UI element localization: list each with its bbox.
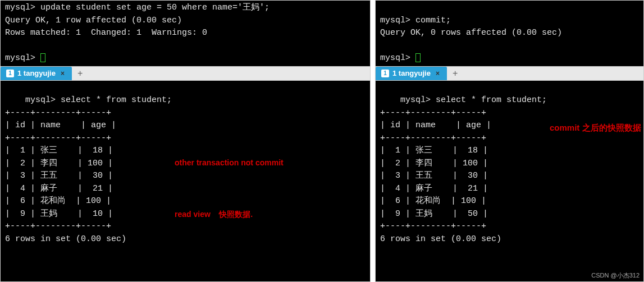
right-tab-bar: 1 1 tangyujie × + [375,66,644,81]
tab-number-icon: 1 [6,70,14,77]
tab-tangyujie[interactable]: 1 1 tangyujie × [1,67,72,80]
left-panel: mysql> update student set age = 50 where… [0,0,371,282]
add-tab-button[interactable]: + [448,68,462,78]
add-tab-button[interactable]: + [73,68,87,78]
right-panel: mysql> commit; Query OK, 0 rows affected… [375,0,644,282]
annotation-right: commit 之后的快照数据 [550,120,628,135]
right-terminal-bottom-text: mysql> select * from student; +----+----… [380,95,547,244]
right-terminal-bottom[interactable]: mysql> select * from student; +----+----… [375,81,644,283]
annotation-line2: read view 快照数据. [175,206,354,223]
close-icon[interactable]: × [59,70,66,77]
tab-tangyujie[interactable]: 1 1 tangyujie × [376,67,447,80]
cursor-icon [415,53,421,62]
annotation-line1: other transaction not commit [175,154,354,172]
watermark: CSDN @小杰312 [591,271,640,280]
right-terminal-top-text: mysql> commit; Query OK, 0 rows affected… [380,16,562,63]
right-terminal-top[interactable]: mysql> commit; Query OK, 0 rows affected… [375,0,644,66]
left-terminal-bottom[interactable]: mysql> select * from student; +----+----… [0,81,371,283]
cursor-icon [40,53,45,62]
annotation-left: other transaction not commit read view 快… [175,120,354,258]
tab-number-icon: 1 [381,70,389,77]
left-terminal-bottom-text: mysql> select * from student; +----+----… [5,95,172,244]
tab-label: 1 tangyujie [392,69,431,77]
tab-label: 1 tangyujie [17,69,56,77]
left-tab-bar: 1 1 tangyujie × + [0,66,371,81]
close-icon[interactable]: × [434,70,441,77]
left-terminal-top[interactable]: mysql> update student set age = 50 where… [0,0,371,66]
